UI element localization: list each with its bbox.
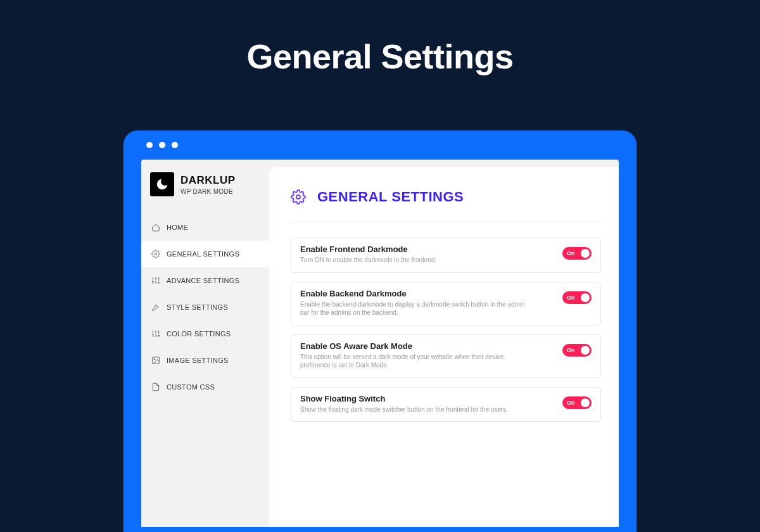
brand-logo — [150, 172, 174, 196]
window-dot — [146, 142, 153, 148]
sidebar-item-general-settings[interactable]: GENERAL SETTINGS — [141, 241, 269, 267]
image-icon — [151, 356, 160, 365]
app-frame: DARKLUP WP DARK MODE HOME GENERAL SETTIN… — [141, 160, 619, 527]
moon-icon — [155, 177, 169, 191]
main-panel: GENERAL SETTINGS Enable Frontend Darkmod… — [269, 167, 619, 527]
brand-name: DARKLUP — [180, 174, 236, 187]
setting-description: Show the floating dark mode switcher but… — [300, 405, 508, 414]
sidebar-item-color-settings[interactable]: COLOR SETTINGS — [141, 320, 269, 347]
setting-description: Turn ON to enable the darkmode in the fr… — [300, 256, 436, 265]
hero-title: General Settings — [0, 0, 760, 76]
setting-text: Show Floating Switch Show the floating d… — [300, 394, 508, 414]
brand-subtitle: WP DARK MODE — [180, 188, 236, 195]
sidebar-item-label: IMAGE SETTINGS — [167, 357, 229, 364]
sidebar-item-label: ADVANCE SETTINGS — [167, 277, 239, 284]
setting-description: Enable the backend darkmode to display a… — [300, 300, 535, 317]
brand: DARKLUP WP DARK MODE — [141, 172, 269, 214]
sidebar-nav: HOME GENERAL SETTINGS ADVANCE SETTINGS — [141, 214, 269, 400]
setting-text: Enable Frontend Darkmode Turn ON to enab… — [300, 244, 436, 265]
sidebar-item-custom-css[interactable]: CUSTOM CSS — [141, 374, 269, 400]
sidebar-item-image-settings[interactable]: IMAGE SETTINGS — [141, 347, 269, 374]
sidebar-item-style-settings[interactable]: STYLE SETTINGS — [141, 294, 269, 320]
sidebar-item-home[interactable]: HOME — [141, 214, 269, 241]
sidebar-item-label: STYLE SETTINGS — [167, 303, 228, 311]
svg-point-20 — [154, 358, 155, 360]
toggle-os-aware-darkmode[interactable]: On — [562, 344, 592, 357]
setting-title: Enable Backend Darkmode — [300, 289, 535, 298]
palette-icon — [151, 329, 160, 338]
setting-row-floating-switch: Show Floating Switch Show the floating d… — [291, 387, 601, 422]
gear-icon — [151, 250, 160, 258]
browser-window: DARKLUP WP DARK MODE HOME GENERAL SETTIN… — [124, 130, 636, 532]
setting-row-frontend-darkmode: Enable Frontend Darkmode Turn ON to enab… — [291, 238, 601, 273]
setting-text: Enable Backend Darkmode Enable the backe… — [300, 289, 535, 317]
sidebar: DARKLUP WP DARK MODE HOME GENERAL SETTIN… — [141, 160, 269, 527]
svg-point-0 — [155, 253, 157, 255]
setting-description: This option will be served a dark mode o… — [300, 353, 535, 370]
sliders-icon — [151, 276, 160, 285]
toggle-backend-darkmode[interactable]: On — [562, 291, 592, 304]
setting-row-backend-darkmode: Enable Backend Darkmode Enable the backe… — [291, 282, 601, 326]
panel-header: GENERAL SETTINGS — [291, 189, 601, 222]
sidebar-item-label: CUSTOM CSS — [167, 383, 215, 391]
sidebar-item-advance-settings[interactable]: ADVANCE SETTINGS — [141, 267, 269, 294]
file-code-icon — [151, 383, 160, 391]
sidebar-item-label: COLOR SETTINGS — [167, 330, 231, 338]
gear-icon — [291, 189, 306, 205]
window-dot — [159, 142, 165, 148]
setting-title: Show Floating Switch — [300, 394, 508, 403]
setting-row-os-aware-darkmode: Enable OS Aware Dark Mode This option wi… — [291, 334, 601, 378]
brand-text: DARKLUP WP DARK MODE — [180, 174, 236, 195]
setting-title: Enable OS Aware Dark Mode — [300, 341, 535, 351]
window-controls — [124, 142, 636, 160]
window-dot — [172, 142, 178, 148]
setting-text: Enable OS Aware Dark Mode This option wi… — [300, 341, 535, 370]
panel-title: GENERAL SETTINGS — [317, 189, 464, 205]
tools-icon — [151, 303, 160, 312]
sidebar-item-label: HOME — [167, 224, 188, 231]
home-icon — [151, 223, 160, 232]
svg-point-21 — [296, 195, 300, 199]
toggle-frontend-darkmode[interactable]: On — [562, 247, 592, 260]
setting-title: Enable Frontend Darkmode — [300, 244, 436, 254]
sidebar-item-label: GENERAL SETTINGS — [167, 250, 239, 258]
toggle-floating-switch[interactable]: On — [562, 396, 592, 409]
